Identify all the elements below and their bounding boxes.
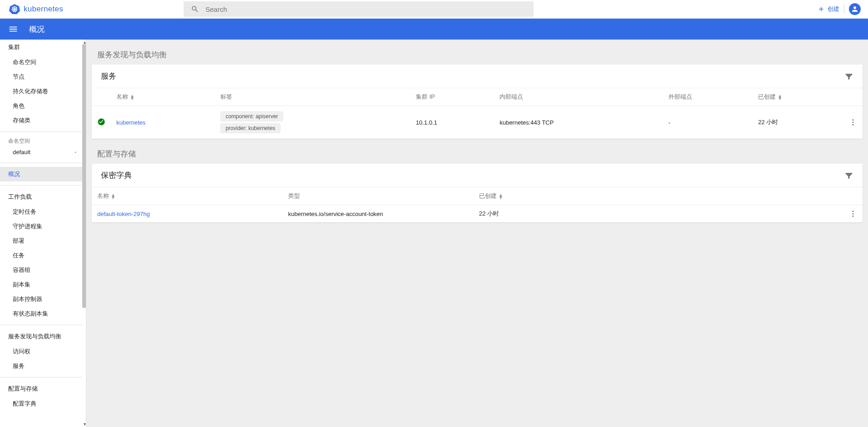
search-icon [191,5,199,13]
sidebar-item-pv[interactable]: 持久化存储卷 [0,84,86,99]
svg-point-12 [853,124,854,126]
cell-internal-ep: kubernetes:443 TCP [494,106,663,139]
col-clusterip[interactable]: 集群 IP [410,88,494,106]
header-actions: 创建 [818,3,861,15]
col-external-ep[interactable]: 外部端点 [663,88,753,106]
card-header: 保密字典 [92,164,863,187]
sidebar-item-deployments[interactable]: 部署 [0,234,86,248]
section-title-config: 配置与存储 [86,139,868,164]
brand-text: kubernetes [24,5,63,14]
sort-icon: ▲▼ [130,95,135,100]
plus-icon [818,5,825,13]
search-input[interactable] [205,5,526,13]
status-ok-icon [97,118,105,126]
cell-created: 22 小时 [474,205,843,223]
secrets-table: 名称▲▼ 类型 已创建▲▼ default-token-297hg kubern… [92,187,863,222]
sidebar-scrollbar[interactable]: ▲ ▼ [82,40,86,427]
cell-external-ep: - [663,106,753,139]
secret-link[interactable]: default-token-297hg [97,211,150,217]
svg-point-15 [853,216,854,217]
svg-point-11 [853,122,854,123]
body: 集群 命名空间 节点 持久化存储卷 角色 存储类 命名空间 default 概况… [0,40,868,427]
create-button[interactable]: 创建 [818,5,839,13]
card-title-services: 服务 [101,71,844,81]
sidebar-item-rc[interactable]: 副本控制器 [0,292,86,306]
row-actions-button[interactable] [843,106,863,139]
page-title: 概况 [29,24,45,35]
dropdown-icon [73,150,78,155]
logo-area: kubernetes [0,4,63,15]
sidebar-item-storageclasses[interactable]: 存储类 [0,113,86,128]
svg-point-13 [853,211,854,212]
main-content: 服务发现与负载均衡 服务 名称▲▼ 标签 集群 IP 内部端点 外部端点 [86,40,868,427]
sidebar-item-jobs[interactable]: 任务 [0,248,86,263]
section-title-discovery: 服务发现与负载均衡 [86,40,868,65]
col-created[interactable]: 已创建▲▼ [753,88,843,106]
kubernetes-logo-icon [9,4,20,15]
col-type[interactable]: 类型 [283,187,474,205]
sidebar-ns-label: 命名空间 [0,136,86,146]
col-labels[interactable]: 标签 [215,88,410,106]
filter-icon[interactable] [844,72,853,81]
sidebar-divider [0,185,86,186]
sidebar-item-replicasets[interactable]: 副本集 [0,277,86,292]
sidebar-divider [0,131,86,132]
user-avatar[interactable] [849,3,861,15]
top-header: kubernetes 创建 [0,0,868,19]
sidebar-heading-discovery[interactable]: 服务发现与负载均衡 [0,329,86,344]
namespace-select[interactable]: default [0,146,86,159]
sidebar-divider [0,325,86,325]
toolbar: 概况 [0,19,868,40]
services-table: 名称▲▼ 标签 集群 IP 内部端点 外部端点 已创建▲▼ kubernetes [92,88,863,139]
sidebar-item-pods[interactable]: 容器组 [0,263,86,277]
card-title-secrets: 保密字典 [101,170,844,181]
service-link[interactable]: kubernetes [116,119,145,126]
scroll-down-icon[interactable]: ▼ [83,422,86,427]
menu-icon[interactable] [8,24,18,34]
sort-icon: ▲▼ [111,194,115,199]
col-internal-ep[interactable]: 内部端点 [494,88,663,106]
services-card: 服务 名称▲▼ 标签 集群 IP 内部端点 外部端点 已创建▲▼ [92,65,863,139]
sidebar-item-services[interactable]: 服务 [0,359,86,373]
sidebar-divider [0,377,86,377]
search-box[interactable] [184,1,534,17]
col-created[interactable]: 已创建▲▼ [474,187,843,205]
svg-point-10 [853,119,854,121]
table-header-row: 名称▲▼ 类型 已创建▲▼ [92,187,863,205]
filter-icon[interactable] [844,171,853,180]
sidebar: 集群 命名空间 节点 持久化存储卷 角色 存储类 命名空间 default 概况… [0,40,86,427]
secrets-card: 保密字典 名称▲▼ 类型 已创建▲▼ default-token-297 [92,164,863,222]
sidebar-heading-cluster[interactable]: 集群 [0,40,86,55]
label-chip: provider: kubernetes [220,123,280,133]
table-row: default-token-297hg kubernetes.io/servic… [92,205,863,223]
sort-icon: ▲▼ [499,194,503,199]
cell-type: kubernetes.io/service-account-token [283,205,474,223]
col-name[interactable]: 名称▲▼ [111,88,215,106]
sidebar-heading-workloads[interactable]: 工作负载 [0,189,86,205]
person-icon [851,5,859,13]
scrollbar-thumb[interactable] [82,44,86,308]
namespace-selected: default [13,149,30,156]
sidebar-heading-config[interactable]: 配置与存储 [0,381,86,397]
row-actions-button[interactable] [843,205,863,223]
sidebar-item-daemonsets[interactable]: 守护进程集 [0,219,86,234]
create-label: 创建 [828,5,839,13]
sidebar-item-configmaps[interactable]: 配置字典 [0,397,86,411]
cell-clusterip: 10.1.0.1 [410,106,494,139]
sidebar-item-cronjobs[interactable]: 定时任务 [0,205,86,219]
sidebar-item-statefulsets[interactable]: 有状态副本集 [0,306,86,321]
col-name[interactable]: 名称▲▼ [92,187,283,205]
vertical-divider [844,5,844,14]
sort-icon: ▲▼ [778,95,782,100]
label-chip: component: apiserver [220,111,283,121]
sidebar-item-overview[interactable]: 概况 [0,167,86,181]
sidebar-item-namespaces[interactable]: 命名空间 [0,55,86,70]
card-header: 服务 [92,65,863,88]
table-row: kubernetes component: apiserver provider… [92,106,863,139]
sidebar-item-roles[interactable]: 角色 [0,99,86,113]
sidebar-divider [0,163,86,163]
svg-point-14 [853,213,854,215]
sidebar-item-ingresses[interactable]: 访问权 [0,344,86,359]
table-header-row: 名称▲▼ 标签 集群 IP 内部端点 外部端点 已创建▲▼ [92,88,863,106]
sidebar-item-nodes[interactable]: 节点 [0,70,86,84]
